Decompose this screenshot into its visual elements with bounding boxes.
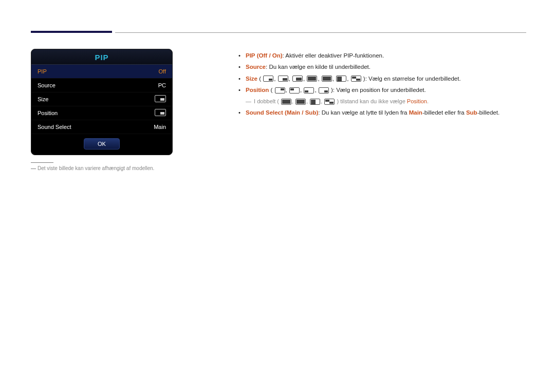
position-icon [319, 87, 329, 94]
note-icon [281, 99, 291, 105]
desc-item-sound: Sound Select (Main / Sub): Du kan vælge … [238, 108, 526, 117]
size-icon [278, 76, 288, 82]
menu-label-pip: PIP [38, 68, 47, 74]
menu-value-source: PC [158, 82, 166, 88]
menu-value-sound: Main [154, 124, 166, 130]
desc-item-size: Size ( , , , , , , ): Vælg en størrelse … [238, 74, 526, 83]
footnote: ―Det viste billede kan variere afhængigt… [31, 165, 154, 171]
position-icon [289, 87, 300, 94]
description-block: PIP (Off / On): Aktivér eller deaktiver … [238, 51, 526, 120]
size-icon [351, 76, 361, 82]
menu-row-source[interactable]: Source PC [31, 79, 172, 92]
menu-label-position: Position [38, 110, 58, 116]
desc-item-pip: PIP (Off / On): Aktivér eller deaktiver … [238, 51, 526, 60]
position-icon [275, 87, 285, 94]
desc-item-source: Source: Du kan vælge en kilde til underb… [238, 63, 526, 71]
note-icon [324, 99, 335, 105]
note-icon [295, 99, 306, 105]
menu-value-pip: Off [159, 68, 166, 74]
desc-note: ― I dobbelt ( , , , ) tilstand kan du ik… [246, 97, 526, 106]
menu-row-position[interactable]: Position [31, 106, 172, 120]
size-icon [336, 76, 346, 82]
pip-position-icon [155, 109, 166, 116]
size-icon [292, 76, 303, 82]
menu-value-size [155, 95, 166, 103]
size-icon [307, 76, 317, 82]
size-icon [263, 76, 273, 82]
header-accent [31, 31, 112, 33]
note-icon [310, 99, 320, 105]
desc-item-position: Position ( , , , ): Vælg en position for… [238, 86, 526, 95]
menu-row-sound[interactable]: Sound Select Main [31, 120, 172, 134]
menu-row-size[interactable]: Size [31, 92, 172, 106]
size-icon [322, 76, 332, 82]
footnote-text: Det viste billede kan variere afhængigt … [38, 165, 154, 171]
menu-label-sound: Sound Select [38, 124, 71, 130]
footnote-rule [31, 162, 53, 163]
header-rule [115, 32, 526, 33]
ok-row: OK [31, 134, 172, 155]
menu-label-size: Size [38, 96, 48, 102]
menu-row-pip[interactable]: PIP Off [31, 65, 172, 79]
menu-value-position [155, 109, 166, 117]
menu-label-source: Source [38, 82, 55, 88]
menu-title: PIP [31, 49, 172, 65]
pip-menu-panel: PIP PIP Off Source PC Size Position Soun… [31, 49, 173, 155]
position-icon [304, 87, 314, 94]
pip-size-icon [155, 95, 166, 102]
ok-button[interactable]: OK [84, 138, 120, 150]
